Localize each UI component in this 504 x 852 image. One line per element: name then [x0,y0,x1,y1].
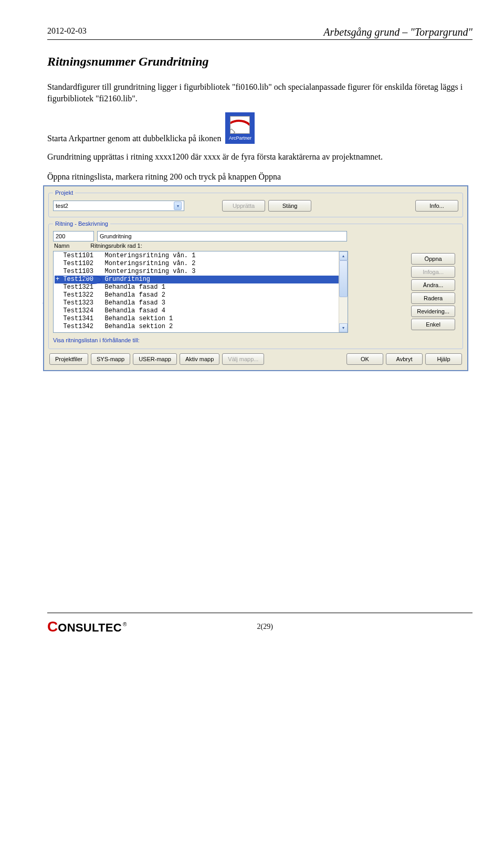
paragraph-2: Starta Arkpartner genom att dubbelklicka… [47,133,221,144]
drawing-legend: Ritning - Beskrivning [53,220,110,227]
scroll-thumb[interactable] [339,260,348,297]
info-button[interactable]: Info... [415,200,458,212]
chevron-down-icon: ▾ [174,202,182,210]
table-row[interactable]: Test1342 Behandla sektion 2 [55,323,339,331]
table-row[interactable]: Test1101 Monteringsritning vån. 1 [55,252,339,260]
paragraph-4: Öppna ritningslista, markera ritning 200… [47,171,472,183]
project-select[interactable]: test2 ▾ [53,201,184,211]
scroll-track[interactable] [339,297,348,323]
drawing-list-dialog: Projekt test2 ▾ Upprätta Stäng Info... R… [43,185,468,371]
drawing-list[interactable]: Test1101 Monteringsritning vån. 1 Test11… [53,251,348,333]
table-row[interactable]: Test1322 Behandla fasad 2 [55,291,339,299]
paragraph-3: Grundritning upprättas i ritning xxxx120… [47,151,472,163]
projectfiles-button[interactable]: Projektfiler [49,353,88,365]
bottom-button-bar: Projektfiler SYS-mapp USER-mapp Aktiv ma… [44,352,467,370]
header-date: 2012-02-03 [47,26,87,38]
ok-button[interactable]: OK [346,353,383,365]
sys-folder-button[interactable]: SYS-mapp [91,353,130,365]
show-relative-label: Visa ritningslistan i förhållande till: [53,337,458,343]
logo-c: C [47,618,58,635]
table-row[interactable]: Test1103 Monteringsritning vån. 3 [55,268,339,276]
page-number: 2(29) [125,623,404,631]
paragraph-1: Standardfigurer till grundritning ligger… [47,81,472,104]
arcpartner-icon-graphic [230,116,250,134]
table-row[interactable]: Test1324 Behandla fasad 4 [55,307,339,315]
arcpartner-desktop-icon[interactable]: ArcPartner [225,112,255,144]
logo-rest: ONSULTEC [58,621,122,635]
column-rubrik-header: Ritningsrubrik rad 1: [90,243,142,249]
choose-folder-button[interactable]: Välj mapp... [222,353,264,365]
table-row[interactable]: Test1341 Behandla sektion 1 [55,315,339,323]
edit-button[interactable]: Ändra... [411,279,455,291]
arcpartner-icon-label: ArcPartner [229,135,251,141]
close-project-button[interactable]: Stäng [268,200,311,212]
user-folder-button[interactable]: USER-mapp [133,353,177,365]
project-select-value: test2 [56,203,68,209]
project-legend: Projekt [53,190,75,196]
table-row[interactable]: Test1323 Behandla fasad 3 [55,299,339,307]
table-row[interactable]: Test1321 Behandla fasad 1 [55,283,339,291]
header-rule [47,39,472,40]
revision-button[interactable]: Revidering... [411,306,455,317]
registered-icon: ® [123,622,127,627]
open-button[interactable]: Öppna [411,253,455,265]
simple-button[interactable]: Enkel [411,319,455,330]
drawing-group: Ritning - Beskrivning Namn Ritningsrubri… [48,220,463,349]
help-button[interactable]: Hjälp [425,353,462,365]
create-button[interactable]: Upprätta [222,200,265,212]
insert-button[interactable]: Infoga... [411,266,455,278]
drawing-number-input[interactable] [53,231,94,241]
scroll-down-icon[interactable]: ▾ [339,323,348,332]
cancel-button[interactable]: Avbryt [386,353,423,365]
drawing-desc-input[interactable] [97,231,347,241]
table-row[interactable]: Test1102 Monteringsritning vån. 2 [55,260,339,268]
header-title: Arbetsgång grund – "Torpargrund" [323,26,472,38]
scroll-up-icon[interactable]: ▴ [339,251,348,260]
delete-button[interactable]: Radera [411,292,455,304]
consultec-logo: CONSULTEC® [47,618,125,635]
project-group: Projekt test2 ▾ Upprätta Stäng Info... [48,190,463,217]
column-name-header: Namn [54,243,69,249]
section-title: Ritningsnummer Grundritning [47,55,472,69]
active-folder-button[interactable]: Aktiv mapp [180,353,219,365]
scrollbar[interactable]: ▴ ▾ [339,251,348,332]
